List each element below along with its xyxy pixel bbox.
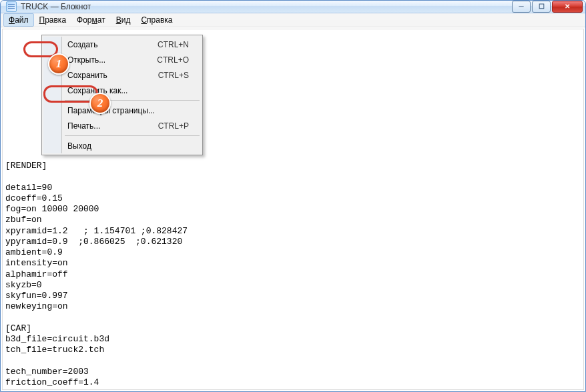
- menu-item-label: Сохранить как...: [67, 86, 201, 95]
- window-title: TRUCK — Блокнот: [21, 2, 512, 11]
- menu-item-exit[interactable]: Выход: [43, 138, 201, 153]
- menu-item-shortcut: CTRL+S: [158, 71, 201, 80]
- annotation-badge-1: 1: [48, 53, 69, 75]
- menu-item-save-as[interactable]: Сохранить как...: [43, 83, 201, 98]
- close-button[interactable]: ✕: [552, 1, 583, 13]
- menu-separator: [65, 100, 200, 101]
- menu-item-label: Открыть...: [67, 55, 157, 65]
- menu-item-label: Печать...: [67, 121, 158, 131]
- minimize-button[interactable]: ─: [512, 1, 531, 13]
- maximize-button[interactable]: ☐: [532, 1, 551, 13]
- menu-item-label: Сохранить: [67, 71, 158, 80]
- menu-item-new[interactable]: Создать CTRL+N: [43, 37, 201, 52]
- menu-item-shortcut: CTRL+P: [158, 121, 201, 131]
- menu-item-label: Выход: [67, 141, 201, 151]
- title-bar[interactable]: TRUCK — Блокнот ─ ☐ ✕: [1, 1, 585, 13]
- window-controls: ─ ☐ ✕: [512, 1, 583, 13]
- menu-item-label: Параметры страницы...: [67, 106, 201, 115]
- annotation-badge-2: 2: [89, 93, 111, 114]
- menu-view[interactable]: Вид: [111, 13, 136, 27]
- menu-separator: [65, 135, 200, 136]
- menu-item-shortcut: CTRL+N: [158, 40, 201, 49]
- notepad-icon: [6, 1, 17, 12]
- menu-item-label: Создать: [67, 40, 158, 49]
- menu-file[interactable]: Файл: [3, 13, 34, 27]
- menu-format[interactable]: Формат: [71, 13, 111, 27]
- menu-item-print[interactable]: Печать... CTRL+P: [43, 118, 201, 133]
- menu-edit[interactable]: Правка: [34, 13, 72, 27]
- file-dropdown-menu: Создать CTRL+N Открыть... CTRL+O Сохрани…: [41, 35, 203, 155]
- menu-item-page-setup[interactable]: Параметры страницы...: [43, 103, 201, 118]
- menu-item-shortcut: CTRL+O: [157, 55, 201, 65]
- menu-bar: Файл Правка Формат Вид Справка: [1, 13, 585, 27]
- menu-help[interactable]: Справка: [135, 13, 178, 27]
